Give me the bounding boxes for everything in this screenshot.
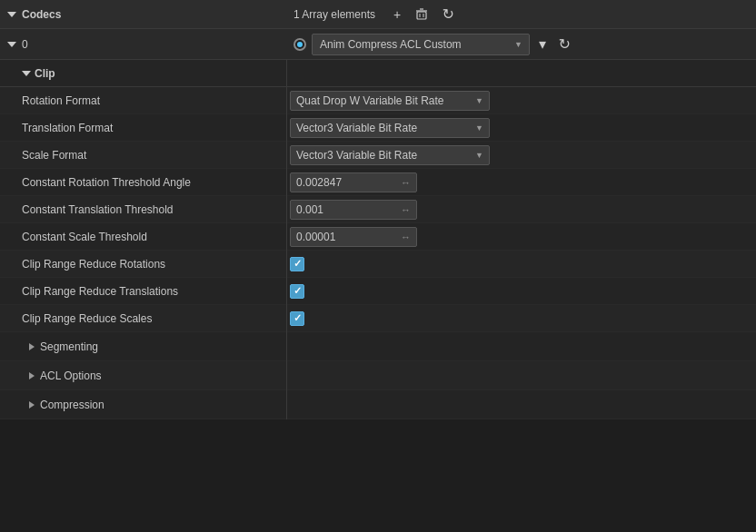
compression-label: Compression [40, 399, 104, 411]
const-translation-threshold-input[interactable]: 0.001 ↔ [290, 200, 417, 220]
delete-element-button[interactable] [412, 6, 432, 23]
const-scale-threshold-text: 0.00001 [296, 231, 401, 243]
codec-dropdown-wrapper: Anim Compress ACL Custom [312, 34, 530, 55]
content-wrapper: Clip Rotation Format Quat Drop W Variabl… [0, 60, 756, 419]
clip-section-header: Clip [0, 60, 756, 87]
scale-format-dropdown[interactable]: Vector3 Variable Bit Rate ▼ [290, 145, 490, 165]
row-0-right: Anim Compress ACL Custom ▾ ↺ [293, 34, 749, 55]
scale-format-dropdown-text: Vector3 Variable Bit Rate [296, 149, 472, 162]
scale-format-row: Scale Format Vector3 Variable Bit Rate ▼ [0, 142, 756, 169]
rotation-format-dropdown-text: Quat Drop W Variable Bit Rate [296, 94, 472, 107]
compression-expand-icon [29, 401, 35, 409]
clip-range-rotations-row: Clip Range Reduce Rotations [0, 251, 756, 278]
rotation-format-row: Rotation Format Quat Drop W Variable Bit… [0, 87, 756, 114]
translation-format-row: Translation Format Vector3 Variable Bit … [0, 114, 756, 142]
row-0-bar: 0 Anim Compress ACL Custom ▾ ↺ [0, 29, 756, 60]
codecs-collapse-icon[interactable] [7, 12, 16, 17]
clip-range-scales-value [286, 311, 756, 326]
scale-format-value: Vector3 Variable Bit Rate ▼ [286, 145, 756, 165]
clip-range-translations-value [286, 284, 756, 299]
delete-icon [415, 8, 428, 21]
codec-refresh-button[interactable]: ↺ [555, 34, 574, 54]
clip-range-scales-row: Clip Range Reduce Scales [0, 305, 756, 332]
const-scale-threshold-label: Constant Scale Threshold [0, 231, 286, 243]
translation-format-dropdown-arrow: ▼ [475, 123, 483, 133]
radio-dot[interactable] [293, 38, 306, 51]
acl-options-row[interactable]: ACL Options [0, 361, 756, 390]
const-translation-threshold-row: Constant Translation Threshold 0.001 ↔ [0, 196, 756, 223]
rotation-format-dropdown-arrow: ▼ [475, 96, 483, 105]
const-scale-threshold-drag-icon: ↔ [401, 232, 411, 242]
segmenting-row[interactable]: Segmenting [0, 332, 756, 361]
translation-format-value: Vector3 Variable Bit Rate ▼ [286, 118, 756, 138]
row-0-left: 0 [7, 38, 293, 51]
codecs-topbar-right: 1 Array elements + ↺ [293, 4, 749, 25]
translation-format-label: Translation Format [0, 122, 286, 134]
acl-options-expand-icon [29, 372, 35, 379]
clip-range-rotations-label: Clip Range Reduce Rotations [0, 258, 286, 271]
const-translation-threshold-text: 0.001 [296, 203, 401, 216]
clip-range-rotations-checkbox[interactable] [290, 257, 304, 271]
acl-options-label: ACL Options [40, 369, 102, 382]
clip-range-rotations-value [286, 257, 756, 271]
const-rotation-threshold-drag-icon: ↔ [401, 177, 411, 188]
scale-format-label: Scale Format [0, 149, 286, 162]
array-label: 1 Array elements [293, 8, 375, 21]
const-rotation-threshold-value: 0.002847 ↔ [286, 172, 756, 192]
row-0-collapse-icon[interactable] [7, 42, 16, 47]
const-rotation-threshold-row: Constant Rotation Threshold Angle 0.0028… [0, 169, 756, 196]
add-element-button[interactable]: + [390, 5, 404, 24]
rotation-format-dropdown[interactable]: Quat Drop W Variable Bit Rate ▼ [290, 91, 490, 111]
const-scale-threshold-row: Constant Scale Threshold 0.00001 ↔ [0, 223, 756, 251]
translation-format-dropdown-text: Vector3 Variable Bit Rate [296, 122, 472, 134]
svg-rect-0 [417, 12, 426, 19]
clip-range-scales-label: Clip Range Reduce Scales [0, 312, 286, 325]
rotation-format-value: Quat Drop W Variable Bit Rate ▼ [286, 91, 756, 111]
codec-dropdown-extra-arrow[interactable]: ▾ [535, 34, 550, 54]
codecs-title: Codecs [22, 8, 61, 21]
compression-row[interactable]: Compression [0, 390, 756, 419]
scale-format-dropdown-arrow: ▼ [475, 151, 483, 160]
clip-range-scales-checkbox[interactable] [290, 311, 304, 326]
clip-range-translations-label: Clip Range Reduce Translations [0, 285, 286, 298]
const-translation-threshold-drag-icon: ↔ [401, 204, 411, 215]
codecs-topbar: Codecs 1 Array elements + ↺ [0, 0, 756, 29]
clip-range-translations-row: Clip Range Reduce Translations [0, 278, 756, 305]
segmenting-expand-icon [29, 343, 35, 350]
translation-format-dropdown[interactable]: Vector3 Variable Bit Rate ▼ [290, 118, 490, 138]
codec-dropdown[interactable]: Anim Compress ACL Custom [312, 34, 530, 55]
clip-collapse-icon[interactable] [22, 71, 31, 76]
const-rotation-threshold-input[interactable]: 0.002847 ↔ [290, 172, 417, 192]
const-rotation-threshold-label: Constant Rotation Threshold Angle [0, 176, 286, 189]
main-content: Clip Rotation Format Quat Drop W Variabl… [0, 60, 756, 532]
codecs-topbar-left: Codecs [7, 8, 293, 21]
segmenting-label: Segmenting [40, 340, 98, 353]
const-rotation-threshold-text: 0.002847 [296, 176, 401, 189]
const-scale-threshold-input[interactable]: 0.00001 ↔ [290, 227, 417, 247]
row-0-number: 0 [22, 38, 28, 51]
rotation-format-label: Rotation Format [0, 94, 286, 107]
const-scale-threshold-value: 0.00001 ↔ [286, 227, 756, 247]
refresh-button[interactable]: ↺ [439, 4, 458, 25]
const-translation-threshold-label: Constant Translation Threshold [0, 203, 286, 216]
clip-section-left: Clip [7, 67, 293, 80]
clip-range-translations-checkbox[interactable] [290, 284, 304, 299]
const-translation-threshold-value: 0.001 ↔ [286, 200, 756, 220]
clip-section-title: Clip [35, 67, 55, 80]
